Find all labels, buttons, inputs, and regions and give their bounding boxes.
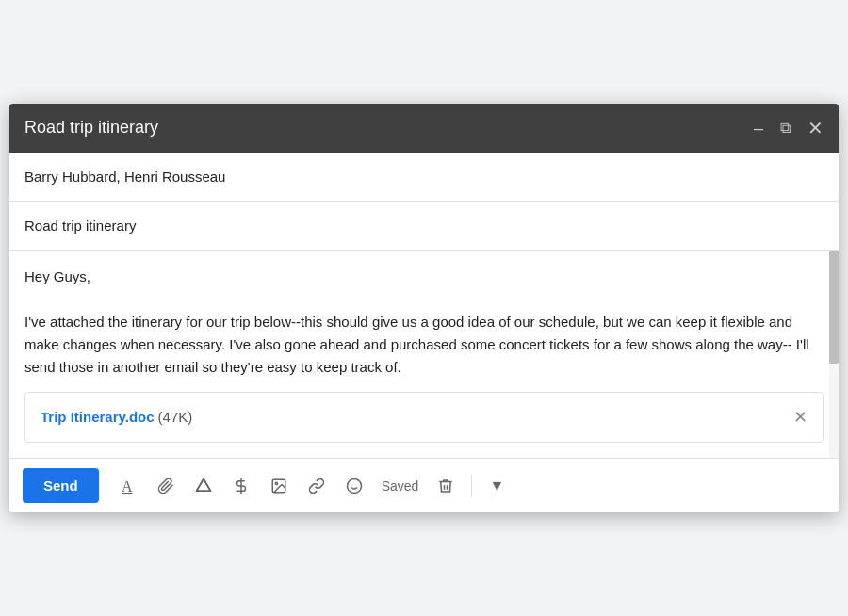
attachment-box: Trip Itinerary.doc(47K) ✕ bbox=[24, 392, 824, 444]
title-bar: Road trip itinerary – ⧉ ✕ bbox=[9, 104, 839, 153]
toolbar-divider bbox=[471, 475, 472, 497]
send-button[interactable]: Send bbox=[23, 468, 99, 503]
subject-input[interactable] bbox=[24, 218, 824, 234]
google-drive-icon[interactable] bbox=[188, 474, 220, 498]
saved-status: Saved bbox=[376, 478, 425, 494]
format-text-icon[interactable]: A bbox=[112, 474, 144, 498]
delete-icon[interactable] bbox=[430, 474, 462, 498]
scrollbar-thumb[interactable] bbox=[829, 251, 839, 364]
svg-text:A: A bbox=[122, 478, 133, 494]
title-bar-controls: – ⧉ ✕ bbox=[754, 119, 824, 138]
svg-line-3 bbox=[204, 478, 211, 491]
insert-link-icon[interactable] bbox=[301, 474, 333, 498]
attach-icon[interactable] bbox=[150, 474, 182, 498]
attachment-size: (47K) bbox=[158, 409, 193, 425]
toolbar: Send A bbox=[9, 458, 839, 512]
scrollbar-track[interactable] bbox=[829, 251, 839, 459]
body-area[interactable]: Hey Guys, I've attached the itinerary fo… bbox=[9, 251, 839, 459]
svg-point-8 bbox=[347, 478, 361, 493]
svg-marker-1 bbox=[196, 478, 210, 491]
expand-button[interactable]: ⧉ bbox=[780, 121, 791, 136]
attachment-info: Trip Itinerary.doc(47K) bbox=[41, 406, 192, 429]
body-wrapper: Hey Guys, I've attached the itinerary fo… bbox=[9, 251, 839, 459]
attachment-remove-button[interactable]: ✕ bbox=[793, 404, 807, 431]
subject-field-row bbox=[9, 202, 839, 251]
to-input[interactable] bbox=[24, 169, 824, 185]
minimize-button[interactable]: – bbox=[754, 120, 763, 137]
svg-line-2 bbox=[196, 478, 204, 491]
money-icon[interactable] bbox=[225, 474, 257, 498]
compose-window: Road trip itinerary – ⧉ ✕ Hey Guys, I've… bbox=[9, 104, 839, 513]
window-title: Road trip itinerary bbox=[24, 118, 158, 138]
more-options-button[interactable]: ▼ bbox=[481, 474, 512, 498]
emoji-icon[interactable] bbox=[338, 474, 370, 498]
svg-point-7 bbox=[275, 482, 277, 484]
attachment-link[interactable]: Trip Itinerary.doc bbox=[41, 409, 155, 425]
to-field-row bbox=[9, 153, 839, 202]
close-button[interactable]: ✕ bbox=[807, 119, 824, 138]
body-scroll-area[interactable]: Hey Guys, I've attached the itinerary fo… bbox=[9, 251, 839, 459]
insert-photo-icon[interactable] bbox=[263, 474, 295, 498]
body-text: Hey Guys, I've attached the itinerary fo… bbox=[24, 266, 824, 379]
